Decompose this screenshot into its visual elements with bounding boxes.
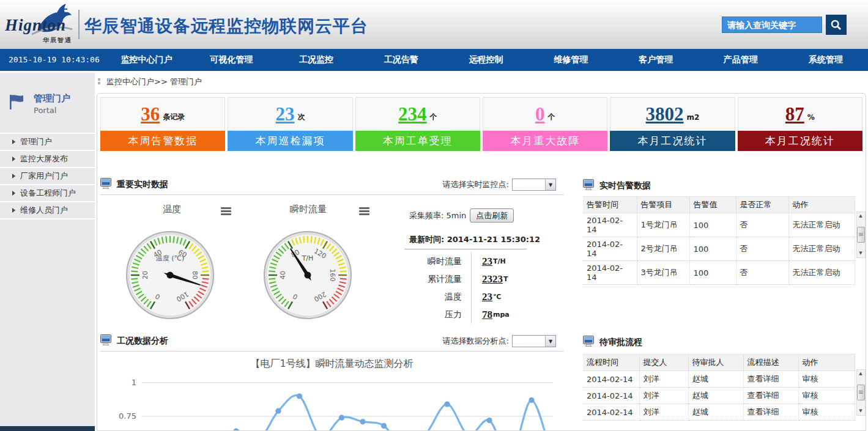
data-table: 流程时间提交人待审批人流程描述动作2014-02-14刘洋赵城查看详细审核201…: [583, 354, 855, 421]
monitor-point-select-value: [513, 179, 545, 190]
monitor-icon: [100, 178, 113, 191]
arrow-right-icon: [12, 191, 15, 196]
stat-card-label[interactable]: 本周告警数据: [100, 131, 225, 151]
stat-unit: 个: [430, 112, 437, 122]
logo-text: Hignton: [5, 16, 66, 35]
chart-menu-icon[interactable]: [359, 207, 369, 216]
scrollbar[interactable]: ▲▼: [856, 212, 866, 258]
column-header: 告警时间: [583, 197, 637, 213]
table-cell: 刘洋: [639, 388, 688, 404]
sidebar-item-2[interactable]: 监控大屏发布: [0, 151, 95, 168]
reading-unit: T/H: [493, 257, 506, 265]
reading-row-3: 温度23℃: [400, 288, 532, 306]
scrollbar-thumb[interactable]: [857, 227, 865, 243]
sidebar-portal-header: 管理门户 Portal: [0, 73, 95, 134]
logo[interactable]: Hignton 华辰智通: [5, 2, 78, 46]
realtime-panel-title: 重要实时数据: [117, 179, 168, 190]
stat-card-label[interactable]: 本周巡检漏项: [228, 131, 352, 151]
stat-card-label[interactable]: 本月工况统计: [738, 131, 862, 151]
scrollbar-thumb[interactable]: [857, 385, 865, 400]
table-cell: 100: [689, 237, 736, 261]
monitor-icon: [583, 179, 595, 193]
nav-item-3[interactable]: 工况监控: [274, 49, 359, 71]
scroll-up-icon[interactable]: ▲: [859, 370, 862, 378]
svg-text:温度 (℃): 温度 (℃): [156, 254, 184, 262]
sidebar-item-4[interactable]: 设备工程师门户: [0, 185, 95, 202]
nav-item-6[interactable]: 维修管理: [529, 49, 614, 71]
nav-item-7[interactable]: 客户管理: [614, 49, 699, 71]
stat-card-label[interactable]: 本月重大故障: [483, 131, 607, 151]
table-cell: 无法正常启动: [788, 237, 855, 261]
table-row[interactable]: 2014-02-143号龙门吊100否无法正常启动: [583, 261, 855, 285]
table-cell: 否: [736, 237, 788, 261]
stat-value: 234: [398, 105, 427, 123]
scroll-up-icon[interactable]: ▲: [859, 212, 862, 220]
analysis-point-select[interactable]: ▼: [512, 335, 556, 347]
approval-table: 流程时间提交人待审批人流程描述动作2014-02-14刘洋赵城查看详细审核201…: [583, 354, 866, 421]
scrollbar[interactable]: ▲▼: [856, 369, 866, 416]
stat-unit: 个: [547, 112, 555, 122]
logo-subtext: 华辰智通: [43, 36, 72, 45]
table-cell: 刘洋: [639, 404, 688, 421]
sidebar-item-3[interactable]: 厂家用户门户: [0, 168, 95, 185]
nav-item-9[interactable]: 系统管理: [783, 49, 868, 71]
refresh-button[interactable]: 点击刷新: [470, 208, 514, 223]
column-header: 流程时间: [583, 355, 639, 371]
stat-value: 87: [785, 105, 804, 123]
svg-text:0.75: 0.75: [119, 411, 136, 421]
scroll-down-icon[interactable]: ▼: [859, 249, 862, 257]
table-row[interactable]: 2014-02-14刘洋赵城查看详细审核: [583, 371, 855, 388]
stat-card-1: 36条记录本周告警数据: [100, 97, 225, 151]
table-row[interactable]: 2014-02-14刘洋赵城查看详细审核: [583, 404, 855, 421]
search-input[interactable]: [722, 17, 822, 33]
data-table: 告警时间告警项目告警值是否正常动作2014-02-141号龙门吊100否无法正常…: [583, 196, 855, 285]
dropdown-arrow-icon: ▼: [545, 336, 555, 347]
monitor-icon: [583, 336, 595, 349]
sidebar-item-label: 监控大屏发布: [20, 150, 68, 168]
sidebar-item-label: 管理门户: [20, 133, 52, 150]
nav-item-2[interactable]: 可视化管理: [189, 49, 274, 71]
stat-card-5: 3802m2本月工况统计: [610, 97, 735, 151]
navbar-timestamp: 2015-10-19 10:43:06: [9, 55, 100, 64]
analysis-point-select-label: 请选择数据分析点:: [443, 336, 509, 347]
stat-unit: %: [807, 113, 815, 122]
nav-item-4[interactable]: 工况告警: [358, 49, 443, 71]
scroll-down-icon[interactable]: ▼: [859, 407, 862, 415]
arrow-right-icon: [12, 139, 15, 144]
scrollbar-track[interactable]: [857, 220, 865, 249]
stat-card-label[interactable]: 本月工况统计: [610, 131, 735, 151]
sidebar-item-1[interactable]: 管理门户: [0, 134, 95, 151]
arrow-right-icon: [12, 208, 15, 213]
flag-icon: [8, 94, 25, 111]
analysis-panel: 工况数据分析 请选择数据分析点: ▼ 【电厂1号线】瞬时流量动态监测分析 10.…: [100, 333, 563, 430]
table-cell: 查看详细: [743, 388, 798, 404]
flow-line-chart: 10.750.5Value: [100, 371, 563, 431]
monitor-icon: [100, 334, 113, 348]
search-button[interactable]: [826, 15, 847, 35]
chart-menu-icon[interactable]: [221, 207, 231, 216]
portal-subtitle: Portal: [34, 106, 56, 115]
nav-item-1[interactable]: 监控中心门户: [104, 49, 189, 71]
table-cell: 2014-02-14: [583, 388, 639, 404]
scrollbar-track[interactable]: [857, 378, 865, 407]
sidebar-item-5[interactable]: 维修人员门户: [0, 202, 95, 219]
table-cell: 否: [736, 261, 788, 285]
sidebar-item-label: 设备工程师门户: [20, 185, 76, 202]
table-cell: 2014-02-14: [583, 213, 637, 237]
table-cell: 审核: [798, 371, 855, 388]
app-root: Hignton 华辰智通 华辰智通设备远程监控物联网云平台 2015-10-19…: [0, 0, 868, 431]
stat-unit: m2: [687, 113, 700, 122]
nav-item-5[interactable]: 远程控制: [443, 49, 529, 71]
table-cell: 100: [689, 261, 736, 285]
table-row[interactable]: 2014-02-142号龙门吊100否无法正常启动: [583, 237, 855, 261]
table-row[interactable]: 2014-02-141号龙门吊100否无法正常启动: [583, 213, 855, 237]
stat-card-label[interactable]: 本周工单受理: [355, 131, 480, 151]
monitor-point-select[interactable]: ▼: [512, 179, 556, 191]
breadcrumb: 监控中心门户>> 管理门户: [98, 76, 202, 87]
reading-row-4: 压力78mpa: [400, 306, 532, 323]
portal-title: 管理门户: [34, 93, 70, 105]
nav-item-8[interactable]: 产品管理: [698, 49, 783, 71]
table-row[interactable]: 2014-02-14刘洋赵城查看详细审核: [583, 388, 855, 404]
table-cell: 3号龙门吊: [637, 261, 689, 285]
alarm-panel-header: 实时告警数据: [583, 178, 866, 194]
